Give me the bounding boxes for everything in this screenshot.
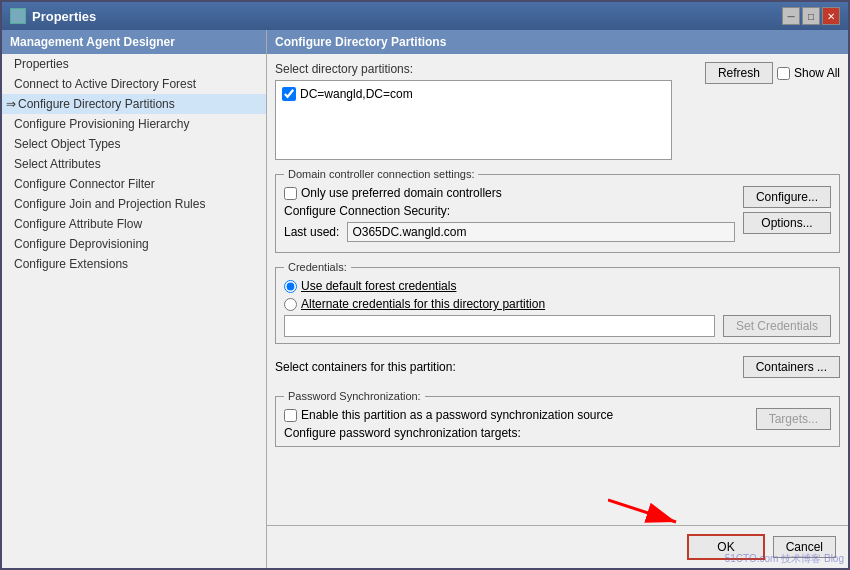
maximize-button[interactable]: □ xyxy=(802,7,820,25)
last-used-label: Last used: xyxy=(284,225,339,239)
partition-checkbox[interactable] xyxy=(282,87,296,101)
close-button[interactable]: ✕ xyxy=(822,7,840,25)
partition-section: Select directory partitions: DC=wangld,D… xyxy=(275,62,840,160)
minimize-button[interactable]: ─ xyxy=(782,7,800,25)
partition-label: Select directory partitions: xyxy=(275,62,672,76)
alternate-creds-label: Alternate credentials for this directory… xyxy=(301,297,545,311)
watermark: 51CTO.com 技术博客 Blog xyxy=(721,550,848,568)
set-credentials-button[interactable]: Set Credentials xyxy=(723,315,831,337)
containers-button[interactable]: Containers ... xyxy=(743,356,840,378)
window-icon xyxy=(10,8,26,24)
title-bar: Properties ─ □ ✕ xyxy=(2,2,848,30)
show-all-label: Show All xyxy=(794,66,840,80)
dc-settings-group: Domain controller connection settings: O… xyxy=(275,168,840,253)
password-sync-group: Password Synchronization: Enable this pa… xyxy=(275,390,840,447)
partition-list: DC=wangld,DC=com xyxy=(275,80,672,160)
sidebar-item-configure-dir[interactable]: ⇒ Configure Directory Partitions xyxy=(2,94,266,114)
containers-row: Select containers for this partition: Co… xyxy=(275,352,840,382)
pwd-sync-label: Enable this partition as a password sync… xyxy=(301,408,613,422)
sidebar-item-configure-filter[interactable]: Configure Connector Filter xyxy=(2,174,266,194)
pwd-sync-checkbox[interactable] xyxy=(284,409,297,422)
default-creds-label: Use default forest credentials xyxy=(301,279,456,293)
sidebar-item-configure-prov[interactable]: Configure Provisioning Hierarchy xyxy=(2,114,266,134)
last-used-input[interactable] xyxy=(347,222,735,242)
options-button[interactable]: Options... xyxy=(743,212,831,234)
credentials-input[interactable] xyxy=(284,315,715,337)
preferred-dc-checkbox[interactable] xyxy=(284,187,297,200)
alternate-creds-radio[interactable] xyxy=(284,298,297,311)
red-arrow-indicator xyxy=(608,490,688,533)
arrow-icon: ⇒ xyxy=(6,97,16,111)
sidebar-item-select-attr[interactable]: Select Attributes xyxy=(2,154,266,174)
sidebar-item-configure-join[interactable]: Configure Join and Projection Rules xyxy=(2,194,266,214)
sidebar-item-select-object[interactable]: Select Object Types xyxy=(2,134,266,154)
sidebar-item-connect-ad[interactable]: Connect to Active Directory Forest xyxy=(2,74,266,94)
default-creds-radio[interactable] xyxy=(284,280,297,293)
svg-line-1 xyxy=(608,500,676,522)
main-panel: Configure Directory Partitions Select di… xyxy=(267,30,848,568)
sidebar-item-configure-attr-flow[interactable]: Configure Attribute Flow xyxy=(2,214,266,234)
credentials-legend: Credentials: xyxy=(284,261,351,273)
sidebar: Management Agent Designer Properties Con… xyxy=(2,30,267,568)
partition-item-label: DC=wangld,DC=com xyxy=(300,87,413,101)
sidebar-item-configure-ext[interactable]: Configure Extensions xyxy=(2,254,266,274)
main-content: Select directory partitions: DC=wangld,D… xyxy=(267,54,848,525)
credentials-group: Credentials: Use default forest credenti… xyxy=(275,261,840,344)
bottom-bar: OK Cancel 51CTO.com 技术博客 Blog xyxy=(267,525,848,568)
connection-security-label: Configure Connection Security: xyxy=(284,204,450,218)
window-controls: ─ □ ✕ xyxy=(782,7,840,25)
configure-pwd-label: Configure password synchronization targe… xyxy=(284,426,521,440)
configure-button[interactable]: Configure... xyxy=(743,186,831,208)
refresh-button[interactable]: Refresh xyxy=(705,62,773,84)
pwd-sync-legend: Password Synchronization: xyxy=(284,390,425,402)
content-area: Management Agent Designer Properties Con… xyxy=(2,30,848,568)
preferred-dc-label: Only use preferred domain controllers xyxy=(301,186,502,200)
show-all-checkbox[interactable] xyxy=(777,67,790,80)
window-title: Properties xyxy=(32,9,96,24)
sidebar-item-properties[interactable]: Properties xyxy=(2,54,266,74)
sidebar-item-configure-deprov[interactable]: Configure Deprovisioning xyxy=(2,234,266,254)
main-window: Properties ─ □ ✕ Management Agent Design… xyxy=(0,0,850,570)
main-header: Configure Directory Partitions xyxy=(267,30,848,54)
sidebar-header: Management Agent Designer xyxy=(2,30,266,54)
dc-settings-legend: Domain controller connection settings: xyxy=(284,168,478,180)
partition-item: DC=wangld,DC=com xyxy=(280,85,667,103)
containers-label: Select containers for this partition: xyxy=(275,360,456,374)
targets-button[interactable]: Targets... xyxy=(756,408,831,430)
